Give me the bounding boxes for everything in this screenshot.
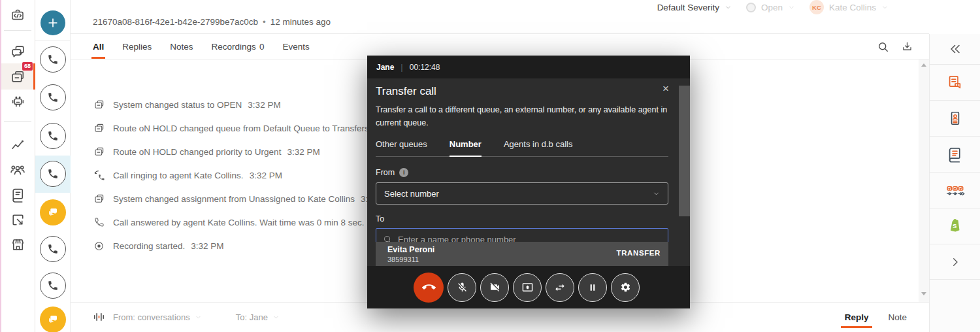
pause-icon bbox=[587, 282, 598, 293]
inbox-icon bbox=[93, 122, 105, 134]
search-icon[interactable] bbox=[877, 41, 890, 54]
sidebar-item-inbox[interactable]: 68 bbox=[1, 63, 34, 90]
chat-bubbles-icon bbox=[47, 207, 59, 218]
plus-icon bbox=[46, 16, 59, 29]
transfer-result-row[interactable]: Evita Peroni 38599311 TRANSFER bbox=[376, 242, 668, 266]
download-icon[interactable] bbox=[901, 41, 913, 53]
conversation-age: 12 minutes ago bbox=[270, 17, 331, 27]
context-sidebar: S bbox=[929, 34, 980, 332]
chevron-down-icon[interactable] bbox=[788, 4, 795, 11]
reply-tab[interactable]: Reply bbox=[845, 312, 869, 322]
storefront-icon bbox=[10, 237, 26, 253]
gear-icon bbox=[620, 282, 631, 293]
inbox-icon bbox=[93, 193, 105, 205]
svg-text:S: S bbox=[953, 222, 957, 229]
scroll-up-icon[interactable] bbox=[921, 63, 926, 67]
event-time: 3:32 PM bbox=[250, 171, 282, 180]
composer-from-dropdown[interactable]: From: conversations bbox=[113, 312, 202, 322]
record-icon bbox=[93, 241, 105, 252]
conversation-list-header bbox=[35, 0, 70, 41]
people-icon bbox=[9, 161, 26, 178]
sidebar-item-dev-toolbox[interactable] bbox=[1, 0, 34, 30]
conversation-id: 21670a08-816f-42e1-b42e-2799be7ac0cb bbox=[93, 17, 258, 27]
sidebar-item-store[interactable] bbox=[1, 231, 34, 257]
shopify-icon: S bbox=[947, 217, 964, 235]
double-chevron-left-icon bbox=[948, 42, 962, 56]
tab-number[interactable]: Number bbox=[449, 139, 482, 156]
transfer-call-button[interactable] bbox=[546, 273, 574, 302]
transfer-tabs: Other queues Number Agents in d.b calls bbox=[376, 139, 668, 157]
hold-button[interactable] bbox=[578, 273, 607, 302]
videocam-off-icon bbox=[489, 282, 500, 293]
to-field-label: To bbox=[376, 214, 681, 224]
transfer-button[interactable]: TRANSFER bbox=[617, 249, 661, 257]
mic-off-icon bbox=[457, 282, 468, 293]
video-off-button[interactable] bbox=[480, 273, 509, 302]
call-settings-button[interactable] bbox=[611, 273, 640, 302]
composer-to-dropdown[interactable]: To: Jane bbox=[236, 312, 280, 322]
conversation-item-chat[interactable] bbox=[40, 307, 66, 332]
modal-scrollbar-thumb[interactable] bbox=[679, 86, 690, 216]
sidebar-item-contact-card[interactable] bbox=[930, 100, 980, 136]
primary-sidebar: 68 bbox=[0, 0, 35, 332]
tab-events[interactable]: Events bbox=[282, 34, 309, 59]
modal-description: Transfer a call to a different queue, an… bbox=[376, 103, 671, 129]
tab-agents[interactable]: Agents in d.b calls bbox=[504, 139, 573, 156]
chevron-down-icon bbox=[195, 314, 202, 321]
present-screen-icon bbox=[522, 282, 533, 293]
tab-all[interactable]: All bbox=[93, 34, 104, 59]
mute-button[interactable] bbox=[448, 273, 476, 302]
call-end-icon bbox=[422, 280, 436, 294]
new-conversation-button[interactable] bbox=[41, 10, 65, 35]
severity-dropdown-label[interactable]: Default Severity bbox=[657, 3, 719, 12]
modal-title: Transfer call bbox=[376, 85, 681, 98]
sidebar-divider bbox=[4, 30, 31, 31]
sidebar-item-team[interactable] bbox=[1, 157, 34, 183]
conversation-item-call[interactable] bbox=[40, 123, 66, 149]
status-dropdown-label[interactable]: Open bbox=[761, 3, 783, 12]
content-scrollbar[interactable] bbox=[919, 59, 929, 302]
agent-avatar: KC bbox=[809, 0, 824, 14]
call-duration: 00:12:48 bbox=[410, 63, 440, 72]
close-icon[interactable]: × bbox=[662, 83, 669, 94]
sidebar-item-reports[interactable] bbox=[1, 132, 34, 158]
conversation-item-call[interactable] bbox=[40, 236, 66, 262]
screen-share-button[interactable] bbox=[513, 273, 542, 302]
conversation-list bbox=[35, 0, 71, 332]
sidebar-item-bots[interactable] bbox=[1, 89, 34, 115]
hang-up-button[interactable] bbox=[414, 273, 444, 303]
info-icon[interactable]: i bbox=[399, 168, 408, 177]
sidebar-item-knowledge[interactable] bbox=[1, 182, 34, 208]
sidebar-item-conversation-details[interactable] bbox=[930, 64, 980, 100]
sidebar-item-shopify[interactable]: S bbox=[930, 208, 980, 244]
expand-panel-button[interactable] bbox=[930, 244, 980, 280]
conversation-id-row: 21670a08-816f-42e1-b42e-2799be7ac0cb • 1… bbox=[93, 17, 331, 27]
phone-icon bbox=[47, 54, 59, 65]
event-text: Recording started. bbox=[113, 241, 185, 251]
tab-replies[interactable]: Replies bbox=[122, 34, 152, 59]
conversation-item-call[interactable] bbox=[40, 46, 66, 73]
event-text: Route oN HOLD changed queue from Default… bbox=[113, 124, 369, 133]
tab-notes[interactable]: Notes bbox=[170, 34, 193, 59]
inbox-icon bbox=[93, 146, 105, 158]
sidebar-item-knowledge-base[interactable] bbox=[930, 136, 980, 172]
chevron-down-icon[interactable] bbox=[881, 4, 889, 11]
tab-other-queues[interactable]: Other queues bbox=[376, 139, 427, 156]
sidebar-item-conversations[interactable] bbox=[1, 39, 34, 65]
conversation-item-call[interactable] bbox=[40, 273, 66, 299]
sidebar-item-journey[interactable] bbox=[930, 172, 980, 208]
chat-bubbles-icon bbox=[47, 314, 59, 325]
chevron-down-icon[interactable] bbox=[725, 4, 732, 11]
conversation-item-call[interactable] bbox=[40, 84, 66, 110]
note-tab[interactable]: Note bbox=[888, 312, 907, 322]
conversation-item-call-selected[interactable] bbox=[40, 161, 66, 187]
sidebar-item-export[interactable] bbox=[1, 207, 34, 233]
tab-recordings[interactable]: Recordings0 bbox=[212, 34, 265, 59]
trend-chart-icon bbox=[10, 137, 26, 154]
assignee-dropdown-label[interactable]: Kate Collins bbox=[829, 3, 876, 12]
from-number-select[interactable]: Select number bbox=[376, 182, 668, 205]
collapse-sidebar-button[interactable] bbox=[930, 34, 980, 64]
transfer-call-modal: Transfer call × Transfer a call to a dif… bbox=[367, 78, 690, 266]
scroll-down-icon[interactable] bbox=[921, 292, 926, 295]
conversation-item-chat[interactable] bbox=[40, 199, 66, 225]
